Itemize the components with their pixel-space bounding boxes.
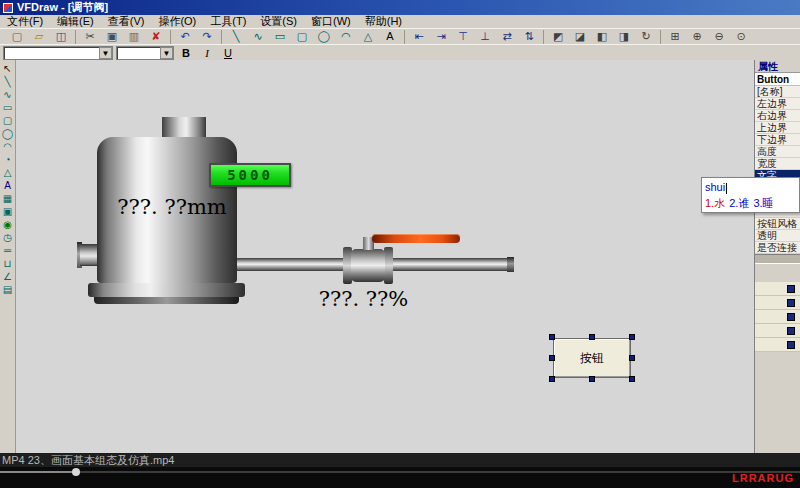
toolbar-icon-rect[interactable]: ▭	[269, 29, 291, 44]
menu-item-view[interactable]: 查看(V)	[101, 15, 152, 28]
tank-bottom-flange[interactable]	[88, 283, 245, 297]
toolbar-icon-rotate[interactable]: ↻	[635, 29, 657, 44]
toolbar-icon-same-height[interactable]: ⇅	[518, 29, 540, 44]
property-row-transparent[interactable]: 透明	[755, 230, 800, 242]
menu-item-help[interactable]: 帮助(H)	[358, 15, 409, 28]
toolbar-icon-polyline[interactable]: ∿	[247, 29, 269, 44]
app-icon[interactable]	[3, 3, 13, 13]
selection-handle-nw[interactable]	[549, 334, 555, 340]
toolbar-icon-text[interactable]: A	[379, 29, 401, 44]
toolbar-icon-zoom-fit[interactable]: ⊙	[730, 29, 752, 44]
toolbar-icon-cut[interactable]: ✂	[79, 29, 101, 44]
drawing-canvas[interactable]: 5000 ???. ??mm ???. ??% 按钮	[16, 60, 754, 453]
toolbar-icon-flip-h[interactable]: ◧	[591, 29, 613, 44]
underline-button[interactable]: U	[219, 46, 237, 60]
ime-candidate-cand-3[interactable]: 3.睡	[753, 197, 773, 209]
toolbar-icon-flip-v[interactable]: ◨	[613, 29, 635, 44]
selection-handle-n[interactable]	[589, 334, 595, 340]
palette-tool-ellipse[interactable]: ◯	[1, 127, 15, 140]
palette-tool-arc[interactable]: ◠	[1, 140, 15, 153]
toolbar-icon-polygon[interactable]: △	[357, 29, 379, 44]
selection-handle-s[interactable]	[589, 376, 595, 382]
palette-tool-trend[interactable]: ∠	[1, 270, 15, 283]
selection-handle-w[interactable]	[549, 355, 555, 361]
row-action-button[interactable]	[787, 299, 795, 307]
toolbar-icon-align-bottom[interactable]: ⊥	[474, 29, 496, 44]
row-action-button[interactable]	[787, 341, 795, 349]
ime-candidate-cand-1[interactable]: 1.水	[705, 197, 725, 209]
toolbar-icon-align-top[interactable]: ⊤	[452, 29, 474, 44]
toolbar-icon-copy[interactable]: ▣	[101, 29, 123, 44]
selection-handle-sw[interactable]	[549, 376, 555, 382]
property-row-bottom-bound[interactable]: 下边界	[755, 134, 800, 146]
selection-handle-ne[interactable]	[629, 334, 635, 340]
ime-candidate-cand-2[interactable]: 2.谁	[729, 197, 749, 209]
seek-bar[interactable]	[0, 471, 800, 473]
palette-tool-meter[interactable]: ◷	[1, 231, 15, 244]
property-row-right-bound[interactable]: 右边界	[755, 110, 800, 122]
selection-handle-e[interactable]	[629, 355, 635, 361]
event-row[interactable]	[755, 338, 800, 352]
bold-button[interactable]: B	[177, 46, 195, 60]
toolbar-icon-arc[interactable]: ◠	[335, 29, 357, 44]
palette-tool-polygon[interactable]: △	[1, 166, 15, 179]
palette-tool-select[interactable]: ↖	[1, 62, 15, 75]
toolbar-icon-round-rect[interactable]: ▢	[291, 29, 313, 44]
toolbar-icon-align-right[interactable]: ⇥	[430, 29, 452, 44]
valve-opening-text[interactable]: ???. ??%	[291, 287, 436, 313]
palette-tool-text[interactable]: A	[1, 179, 15, 192]
properties-tab[interactable]: 属性	[755, 60, 800, 73]
palette-tool-table[interactable]: ▤	[1, 283, 15, 296]
ime-composition[interactable]: shui	[705, 179, 796, 195]
event-row[interactable]	[755, 310, 800, 324]
toolbar-icon-same-width[interactable]: ⇄	[496, 29, 518, 44]
property-row-prop-name[interactable]: [名称]	[755, 86, 800, 98]
toolbar-icon-open[interactable]: ▱	[28, 29, 50, 44]
palette-tool-image[interactable]: ▦	[1, 192, 15, 205]
palette-tool-pie[interactable]: ◔	[1, 153, 15, 166]
event-row[interactable]	[755, 282, 800, 296]
tank-base[interactable]	[94, 297, 239, 304]
toolbar-icon-ellipse[interactable]: ◯	[313, 29, 335, 44]
level-display[interactable]: 5000	[209, 163, 291, 187]
property-row-height[interactable]: 高度	[755, 146, 800, 158]
property-row-left-bound[interactable]: 左边界	[755, 98, 800, 110]
menu-item-operate[interactable]: 操作(O)	[151, 15, 203, 28]
seek-handle[interactable]	[72, 468, 80, 476]
tank-nozzle[interactable]	[80, 244, 98, 266]
button-widget[interactable]: 按钮	[553, 338, 631, 378]
property-row-is-connected[interactable]: 是否连接	[755, 242, 800, 254]
menu-item-settings[interactable]: 设置(S)	[253, 15, 304, 28]
italic-button[interactable]: I	[198, 46, 216, 60]
row-action-button[interactable]	[787, 285, 795, 293]
toolbar-icon-zoom-in[interactable]: ⊕	[686, 29, 708, 44]
menu-item-edit[interactable]: 编辑(E)	[50, 15, 101, 28]
palette-tool-line[interactable]: ╲	[1, 75, 15, 88]
palette-tool-pipe[interactable]: ═	[1, 244, 15, 257]
event-row[interactable]	[755, 296, 800, 310]
dropdown-arrow-icon[interactable]: ▼	[160, 47, 173, 59]
panel-splitter[interactable]	[755, 254, 800, 264]
menu-item-window[interactable]: 窗口(W)	[304, 15, 358, 28]
toolbar-icon-line[interactable]: ╲	[225, 29, 247, 44]
toolbar-icon-align-left[interactable]: ⇤	[408, 29, 430, 44]
valve-body[interactable]	[351, 249, 385, 282]
event-row[interactable]	[755, 324, 800, 338]
tank-level-text[interactable]: ???. ??mm	[77, 195, 267, 221]
toolbar-icon-paste[interactable]: ▥	[123, 29, 145, 44]
menu-item-tools[interactable]: 工具(T)	[203, 15, 253, 28]
palette-tool-round-rect[interactable]: ▢	[1, 114, 15, 127]
toolbar-icon-save[interactable]: ◫	[50, 29, 72, 44]
palette-tool-rect[interactable]: ▭	[1, 101, 15, 114]
row-action-button[interactable]	[787, 313, 795, 321]
toolbar-icon-delete[interactable]: ✘	[145, 29, 167, 44]
button-widget-selection[interactable]: 按钮	[549, 334, 635, 382]
tank-neck[interactable]	[162, 117, 206, 138]
property-row-width[interactable]: 宽度	[755, 158, 800, 170]
toolbar-icon-new[interactable]: ▢	[6, 29, 28, 44]
palette-tool-led[interactable]: ◉	[1, 218, 15, 231]
property-row-top-bound[interactable]: 上边界	[755, 122, 800, 134]
toolbar-icon-redo[interactable]: ↷	[196, 29, 218, 44]
palette-tool-tank[interactable]: ⊔	[1, 257, 15, 270]
selection-handle-se[interactable]	[629, 376, 635, 382]
